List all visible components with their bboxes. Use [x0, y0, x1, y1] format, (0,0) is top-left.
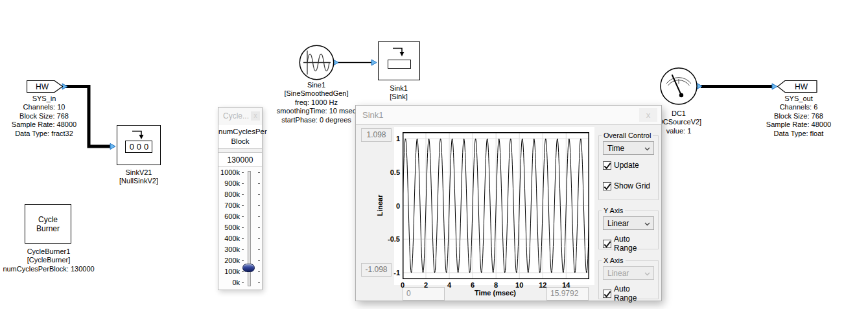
x-tick-label: 10 — [510, 281, 528, 289]
port-arrow-sink1-in — [371, 60, 377, 65]
sys-in-block[interactable]: HW — [27, 80, 64, 93]
cycle-burner-icon-label: Cycle Burner — [33, 215, 63, 233]
sink1-block[interactable] — [378, 41, 420, 80]
block-prop: Sample Rate: 48000 — [0, 120, 89, 129]
slider-tick-label: 700k — [218, 201, 240, 209]
cycle-burner-inspector-panel: Cycle... x numCyclesPerBlock 130000 1000… — [218, 107, 263, 290]
block-prop: numCyclesPerBlock: 130000 — [0, 265, 104, 273]
sink-arrow-icon — [129, 130, 148, 141]
param-value-field[interactable]: 130000 — [218, 152, 262, 167]
cycle-burner-block[interactable]: Cycle Burner — [25, 204, 71, 244]
param-name-line: numCyclesPer — [218, 127, 262, 137]
y-axis-scale-dropdown[interactable]: Linear — [603, 216, 654, 230]
chevron-down-icon — [644, 272, 650, 276]
slider-tick-label: 400k — [218, 235, 240, 242]
y-axis-group: Y Axis Linear Auto Range — [598, 207, 659, 249]
checkmark-icon — [603, 290, 612, 299]
block-name: SYS_out — [753, 95, 844, 103]
y-tick-label: -0.5 — [381, 235, 400, 243]
overall-control-dropdown[interactable]: Time — [603, 141, 654, 155]
slider-tick-mark — [242, 194, 244, 195]
x-tick-label: 8 — [487, 281, 505, 289]
slider-tick-mark — [258, 271, 260, 272]
sys-in-port-label: HW — [36, 82, 49, 91]
slider-thumb[interactable] — [242, 264, 255, 272]
checkbox-label: Auto Range — [614, 284, 654, 303]
slider-tick-label: 300k — [218, 246, 240, 253]
update-checkbox-row[interactable]: Update — [603, 161, 654, 170]
x-auto-range-checkbox[interactable] — [603, 290, 611, 298]
block-name: Sink1 — [353, 84, 444, 93]
block-name: SinkV21 — [93, 168, 184, 177]
slider-tick-label: 200k — [218, 257, 240, 264]
slider-tick-label: 1000k — [218, 168, 240, 176]
block-prop: Block Size: 768 — [753, 112, 844, 120]
sine1-block[interactable] — [299, 45, 334, 80]
block-prop: startPhase: 0 degrees — [264, 116, 368, 124]
slider-tick-mark — [258, 183, 260, 184]
slider-tick-label: 500k — [218, 223, 240, 231]
block-props: freq: 1000 HzsmoothingTime: 10 msecstart… — [264, 98, 368, 124]
slider-tick-mark — [258, 249, 260, 250]
sinkv21-labels: SinkV21 [NullSinkV2] — [93, 168, 184, 186]
sine1-labels: Sine1 [SineSmoothedGen] freq: 1000 Hzsmo… — [264, 81, 368, 124]
slider-tick-mark — [258, 238, 260, 239]
block-prop: Block Size: 768 — [0, 112, 89, 120]
plot-x-axis-title: Time (msec) — [447, 289, 544, 297]
slider-tick-mark — [242, 282, 244, 283]
group-legend: Y Axis — [602, 207, 625, 214]
slider-tick-mark — [242, 271, 244, 272]
x-tick-label: 14 — [557, 281, 575, 289]
block-type: [CycleBurner] — [0, 256, 104, 264]
dc1-block[interactable] — [659, 67, 698, 106]
param-name-label: numCyclesPerBlock — [218, 125, 262, 149]
x-tick-label: 0 — [393, 281, 412, 289]
slider-tick-mark — [242, 205, 244, 206]
sink1-labels: Sink1 [Sink] — [353, 84, 444, 102]
sink-buffer-icon — [388, 60, 411, 69]
update-checkbox[interactable] — [603, 161, 611, 170]
slider-tick-mark — [242, 238, 244, 239]
sys-out-block[interactable]: HW — [777, 80, 817, 93]
slider-tick-mark — [258, 194, 260, 195]
y-tick-label: -1 — [381, 269, 400, 277]
block-prop: Data Type: float — [753, 130, 844, 138]
dropdown-value: Time — [607, 144, 624, 153]
panel-titlebar[interactable]: Cycle... x — [218, 108, 262, 126]
x-min-field[interactable]: 0 — [403, 287, 445, 301]
block-prop: Channels: 10 — [0, 103, 89, 111]
sys-out-labels: SYS_out Channels: 6Block Size: 768Sample… — [753, 95, 844, 138]
checkbox-label: Update — [614, 161, 639, 170]
slider-tick-mark — [242, 216, 244, 217]
x-auto-range-checkbox-row[interactable]: Auto Range — [603, 284, 654, 303]
sys-out-port-label: HW — [795, 82, 808, 91]
chevron-down-icon — [644, 222, 650, 226]
block-prop: freq: 1000 Hz — [264, 98, 368, 107]
sinkv21-counter-display: 000 — [125, 141, 153, 153]
show-grid-checkbox-row[interactable]: Show Grid — [603, 181, 654, 190]
close-icon[interactable]: x — [639, 108, 657, 122]
block-props: numCyclesPerBlock: 130000 — [0, 265, 104, 273]
checkbox-label: Show Grid — [614, 181, 650, 190]
port-arrow-sinkv21-in — [110, 144, 115, 150]
y-auto-range-checkbox-row[interactable]: Auto Range — [603, 235, 654, 253]
param-name-line: Block — [218, 137, 262, 146]
checkmark-icon — [603, 182, 612, 191]
window-titlebar[interactable]: Sink1 x — [356, 106, 661, 125]
block-name: Sine1 — [264, 81, 368, 89]
block-props: Channels: 6Block Size: 768Sample Rate: 4… — [753, 103, 844, 138]
slider-tick-mark — [258, 205, 260, 206]
x-max-field[interactable]: 15.9792 — [546, 287, 589, 301]
show-grid-checkbox[interactable] — [603, 182, 611, 190]
sys-in-labels: SYS_in Channels: 10Block Size: 768Sample… — [0, 95, 89, 138]
y-auto-range-checkbox[interactable] — [603, 240, 611, 248]
block-type: [SineSmoothedGen] — [264, 89, 368, 98]
dropdown-value: Linear — [607, 269, 629, 278]
x-axis-group: X Axis Linear Auto Range — [598, 257, 659, 299]
block-name: CycleBurner1 — [0, 247, 104, 256]
sinkv21-block[interactable]: 000 — [117, 125, 161, 165]
sink-arrow-icon — [390, 47, 409, 58]
slider-tick-label: 800k — [218, 190, 240, 198]
close-icon[interactable]: x — [251, 111, 260, 120]
waveform-plot[interactable] — [403, 132, 589, 279]
